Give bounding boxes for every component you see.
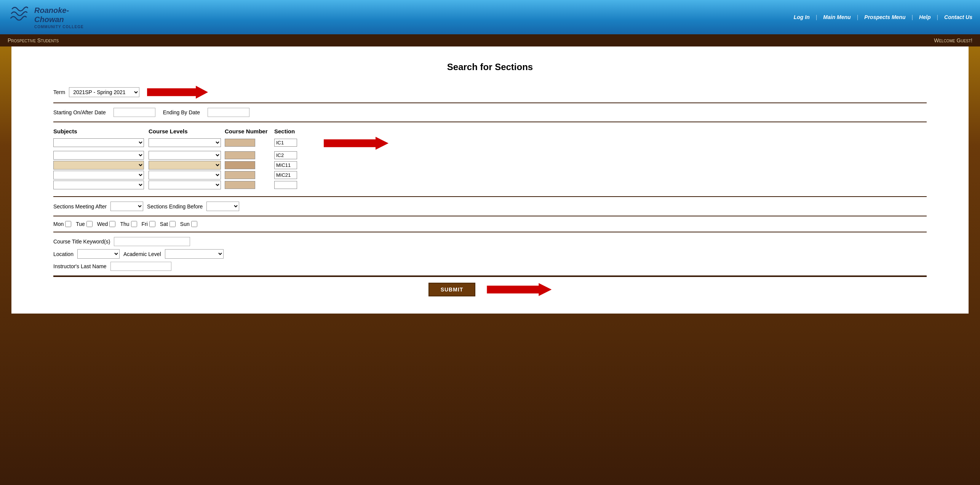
location-select[interactable]: Main Campus Online (77, 249, 120, 259)
day-fri-label: Fri (142, 221, 148, 227)
term-select[interactable]: 2021SP - Spring 2021 2020FA - Fall 2020 … (69, 87, 139, 97)
keyword-line: Course Title Keyword(s) (53, 237, 927, 246)
page-title: Search for Sections (53, 62, 927, 72)
nav-links: Log In | Main Menu | Prospects Menu | He… (794, 14, 972, 20)
table-row (53, 151, 312, 160)
academic-level-label: Academic Level (123, 251, 161, 257)
submit-arrow-indicator (487, 283, 552, 296)
day-mon-label: Mon (53, 221, 64, 227)
academic-level-select[interactable]: Undergraduate Continuing Education (165, 249, 224, 259)
day-mon: Mon (53, 221, 71, 227)
table-row (53, 138, 312, 147)
keyword-input[interactable] (114, 237, 190, 246)
main-content: Search for Sections Term 2021SP - Spring… (42, 46, 938, 314)
day-fri: Fri (142, 221, 155, 227)
day-sun: Sun (180, 221, 197, 227)
sub-header: Prospective Students Welcome Guest! (0, 34, 980, 46)
date-row: Starting On/After Date Ending By Date (53, 103, 927, 122)
start-date-label: Starting On/After Date (53, 109, 106, 115)
day-sat-checkbox[interactable] (169, 221, 176, 227)
nav-help[interactable]: Help (919, 14, 930, 20)
sections-before-label: Sections Ending Before (147, 203, 203, 210)
day-wed: Wed (97, 221, 116, 227)
term-row: Term 2021SP - Spring 2021 2020FA - Fall … (53, 82, 927, 103)
instructor-line: Instructor's Last Name (53, 262, 927, 271)
subject-select-4[interactable] (53, 171, 144, 179)
courselevel-select-3[interactable] (149, 161, 221, 170)
table-row (53, 181, 312, 189)
day-wed-checkbox[interactable] (109, 221, 115, 227)
logo-name: Roanoke- Chowan (34, 6, 84, 24)
end-date-input[interactable] (208, 108, 249, 117)
day-sat: Sat (160, 221, 176, 227)
day-sun-label: Sun (180, 221, 190, 227)
day-tue-checkbox[interactable] (86, 221, 93, 227)
section-arrow-indicator (324, 137, 388, 150)
submit-row: SUBMIT (53, 276, 927, 302)
location-line: Location Main Campus Online Academic Lev… (53, 249, 927, 259)
day-fri-checkbox[interactable] (149, 221, 155, 227)
table-row (53, 171, 312, 179)
section-input-5[interactable] (274, 181, 297, 189)
row-1-wrapper (53, 137, 927, 150)
keyword-section: Course Title Keyword(s) Location Main Ca… (53, 232, 927, 276)
start-date-input[interactable] (114, 108, 155, 117)
day-sun-checkbox[interactable] (191, 221, 197, 227)
subject-select-2[interactable] (53, 151, 144, 160)
nav-main-menu[interactable]: Main Menu (823, 14, 851, 20)
welcome-text: Welcome Guest! (934, 37, 972, 43)
instructor-label: Instructor's Last Name (53, 263, 107, 269)
sections-before-select[interactable]: 12:00 PM 5:00 PM 8:00 PM 11:59 PM (206, 202, 239, 211)
course-number-header: Course Number (225, 128, 274, 134)
course-levels-header: Course Levels (149, 128, 225, 134)
day-thu-checkbox[interactable] (131, 221, 137, 227)
logo-text-area: Roanoke- Chowan Community College (34, 6, 84, 29)
day-thu: Thu (120, 221, 137, 227)
subject-select-1[interactable] (53, 138, 144, 147)
meeting-row: Sections Meeting After 12:00 AM 6:00 AM … (53, 197, 927, 216)
subject-select-5[interactable] (53, 181, 144, 189)
day-tue: Tue (76, 221, 93, 227)
day-sat-label: Sat (160, 221, 168, 227)
section-input-4[interactable] (274, 171, 297, 179)
day-mon-checkbox[interactable] (65, 221, 71, 227)
term-label: Term (53, 89, 65, 95)
location-label: Location (53, 251, 74, 257)
courselevel-select-5[interactable] (149, 181, 221, 189)
courselevel-select-1[interactable] (149, 138, 221, 147)
course-num-input-5[interactable] (225, 181, 255, 189)
nav-login[interactable]: Log In (794, 14, 810, 20)
nav-contact-us[interactable]: Contact Us (944, 14, 972, 20)
day-wed-label: Wed (97, 221, 108, 227)
term-arrow-indicator (147, 86, 208, 99)
section-header: Section (274, 128, 305, 134)
instructor-input[interactable] (110, 262, 171, 271)
site-header: Roanoke- Chowan Community College Log In… (0, 0, 980, 34)
logo-area: Roanoke- Chowan Community College (8, 4, 84, 30)
logo-subtitle: Community College (34, 25, 84, 29)
courselevel-select-4[interactable] (149, 171, 221, 179)
subjects-header: Subjects (53, 128, 149, 134)
end-date-label: Ending By Date (163, 109, 200, 115)
courselevel-select-2[interactable] (149, 151, 221, 160)
day-tue-label: Tue (76, 221, 85, 227)
course-num-input-1[interactable] (225, 139, 255, 147)
course-num-input-3[interactable] (225, 161, 255, 169)
keyword-label: Course Title Keyword(s) (53, 238, 110, 245)
sub-header-title: Prospective Students (8, 37, 59, 43)
section-input-3[interactable] (274, 161, 297, 169)
section-input-2[interactable] (274, 151, 297, 159)
subject-select-3[interactable] (53, 161, 144, 170)
nav-prospects-menu[interactable]: Prospects Menu (864, 14, 905, 20)
table-headers: Subjects Course Levels Course Number Sec… (53, 128, 927, 134)
course-search-table: Subjects Course Levels Course Number Sec… (53, 122, 927, 197)
sections-after-select[interactable]: 12:00 AM 6:00 AM 8:00 AM 12:00 PM 5:00 P… (110, 202, 143, 211)
days-row: Mon Tue Wed Thu Fri (53, 216, 927, 232)
sections-after-label: Sections Meeting After (53, 203, 107, 210)
course-num-input-4[interactable] (225, 171, 255, 179)
logo-icon (8, 4, 30, 30)
table-row (53, 161, 312, 170)
submit-button[interactable]: SUBMIT (428, 283, 476, 296)
course-num-input-2[interactable] (225, 151, 255, 159)
section-input-1[interactable] (274, 139, 297, 147)
